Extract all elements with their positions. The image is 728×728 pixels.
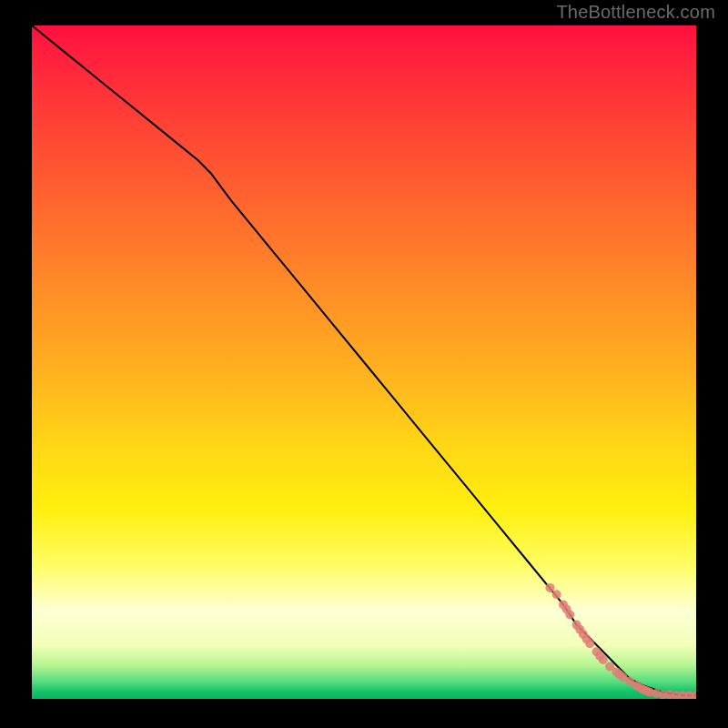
chart-frame: TheBottleneck.com: [0, 0, 728, 728]
chart-overlay: [32, 25, 696, 699]
curve-line: [32, 25, 696, 695]
svg-point-9: [585, 639, 594, 648]
svg-point-4: [565, 611, 574, 620]
tail-scatter: [545, 583, 696, 699]
attribution-label: TheBottleneck.com: [556, 2, 715, 23]
plot-area: [32, 25, 696, 699]
svg-point-0: [545, 583, 554, 592]
svg-point-12: [599, 655, 608, 664]
svg-point-1: [552, 590, 561, 599]
